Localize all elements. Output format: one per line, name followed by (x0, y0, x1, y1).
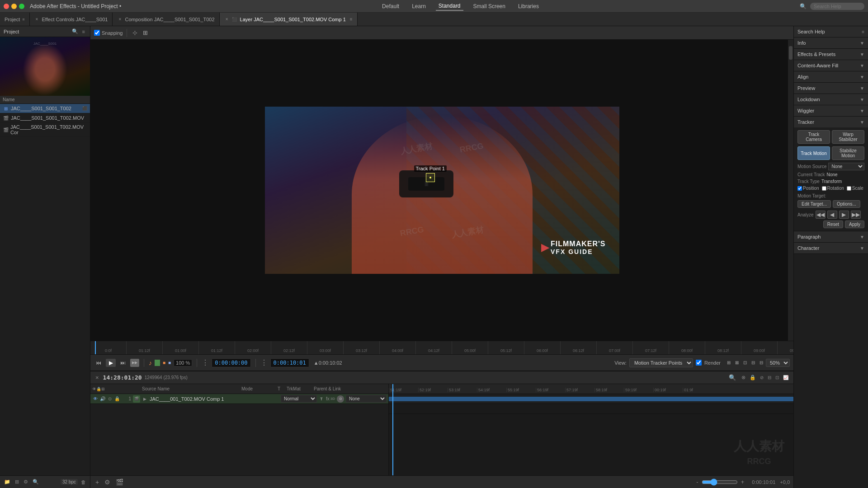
viewer-3d-btn[interactable]: ⊟ (758, 359, 765, 367)
viewer-playhead[interactable] (95, 341, 96, 354)
viewer-mask-btn[interactable]: ⊠ (733, 359, 741, 367)
project-panel-search-btn[interactable]: 🔍 (71, 28, 80, 35)
tl-render-queue-btn[interactable]: 🎬 (114, 478, 125, 486)
tl-add-layer-btn[interactable]: + (94, 478, 100, 486)
viewer-last-frame-btn[interactable]: ⏭ (118, 359, 127, 367)
analyze-backward-fast-btn[interactable]: ◀◀ (816, 211, 826, 219)
tab-project[interactable]: Project ≡ (0, 13, 30, 26)
tl-zoom-slider[interactable] (702, 479, 738, 486)
viewer-scrollbar-v[interactable] (788, 40, 793, 341)
section-wiggler-header[interactable]: Wiggler ▼ (794, 105, 868, 116)
apply-btn[interactable]: Apply (845, 221, 864, 228)
snapping-toggle[interactable] (94, 30, 100, 36)
viewer-canvas[interactable]: ||| Track Point 1 (90, 40, 793, 341)
tl-zoom-in-btn[interactable]: + (740, 478, 746, 486)
tl-current-time[interactable]: 14:28:01:20 (103, 374, 142, 381)
viewer-ruler[interactable]: 0:0f 01:12f 01:00f 01:12f 02:00f 02:12f … (90, 341, 793, 354)
layer-audio-icon[interactable]: 🔊 (99, 396, 106, 402)
new-folder-btn[interactable]: 📁 (3, 479, 12, 485)
workspace-libraries[interactable]: Libraries (515, 2, 542, 11)
tl-solo-btn[interactable]: ⊗ (740, 374, 747, 381)
edit-target-btn[interactable]: Edit Target... (797, 200, 831, 208)
viewer-ram-preview-btn[interactable]: ▶▶ (130, 359, 139, 367)
split-view-icon[interactable]: ⋮ (202, 358, 209, 367)
viewer-safe-area-btn[interactable]: ⊟ (750, 359, 757, 367)
section-preview-header[interactable]: Preview ▼ (794, 83, 868, 94)
tl-playhead[interactable] (392, 384, 393, 475)
tab-layer-close[interactable]: × (224, 17, 230, 22)
tl-graph-editor-btn[interactable]: 📈 (782, 375, 790, 380)
view-dropdown[interactable]: Motion Tracker Points (629, 358, 693, 367)
tab-layer-menu[interactable]: ≡ (350, 17, 353, 22)
layer-parent-select-0[interactable]: None (346, 395, 387, 403)
motion-source-select[interactable]: None (828, 163, 864, 170)
duration-display[interactable]: 0:00:10:01 (270, 358, 309, 367)
track-motion-btn[interactable]: Track Motion (797, 146, 830, 160)
analyze-forward-fast-btn[interactable]: ▶▶ (851, 211, 861, 219)
new-comp-btn[interactable]: ⊞ (14, 479, 20, 485)
project-item-2[interactable]: 🎬 JAC____S001_S001_T002.MOV Cor (0, 123, 90, 137)
layer-fx-icon[interactable]: fx (326, 396, 330, 401)
render-checkbox[interactable] (696, 360, 702, 366)
tl-comp-settings-btn[interactable]: ⚙ (103, 478, 112, 486)
snap-tool-btn[interactable]: ⊹ (131, 28, 139, 37)
layer-3d-icon[interactable]: 3D (330, 397, 335, 401)
stabilize-motion-btn[interactable]: Stabilize Motion (832, 146, 864, 160)
section-info-header[interactable]: Info ▼ (794, 38, 868, 48)
options-btn[interactable]: Options... (833, 200, 860, 208)
track-point-1[interactable]: Track Point 1 (414, 165, 447, 182)
warp-stabilizer-btn[interactable]: Warp Stabilizer (832, 130, 864, 144)
tab-effect-controls-close[interactable]: × (34, 17, 40, 22)
project-settings-btn[interactable]: ⚙ (22, 479, 29, 485)
tl-layer-track-0[interactable] (389, 394, 793, 404)
reset-btn[interactable]: Reset (823, 221, 843, 228)
delete-item-btn[interactable]: 🗑 (80, 479, 87, 485)
viewer-grid-btn[interactable]: ⊞ (725, 359, 732, 367)
analyze-backward-btn[interactable]: ◀ (827, 211, 837, 219)
section-character-header[interactable]: Character ▼ (794, 243, 868, 253)
section-tracker-header[interactable]: Tracker ▼ (794, 117, 868, 127)
time-display[interactable]: 0:00:00:00 (212, 358, 250, 367)
viewer-guide-btn[interactable]: ⊡ (741, 359, 749, 367)
layer-row-0[interactable]: 👁 🔊 ⊙ 🔒 1 🎬 ▶ JAC____001_T002.MOV Comp 1 (90, 394, 388, 404)
video-toggle[interactable] (155, 360, 160, 366)
workspace-standard[interactable]: Standard (436, 2, 463, 11)
layer-parent-btn[interactable]: ⊙ (337, 395, 344, 403)
workspace-small-screen[interactable]: Small Screen (471, 2, 508, 11)
project-item-0[interactable]: ⊞ JAC____S001_S001_T002 ⬛ (0, 104, 90, 113)
section-align-header[interactable]: Align ▼ (794, 71, 868, 82)
maximize-window-btn[interactable] (19, 4, 24, 9)
viewer-first-frame-btn[interactable]: ⏮ (94, 359, 103, 367)
analyze-forward-btn[interactable]: ▶ (839, 211, 849, 219)
tl-enable-motion-blur-btn[interactable]: ⊡ (774, 375, 780, 380)
zoom-select[interactable]: 50% (766, 359, 790, 367)
section-content-aware-fill-header[interactable]: Content-Aware Fill ▼ (794, 60, 868, 71)
layer-mode-select-0[interactable]: Normal (281, 395, 317, 403)
layer-lock-icon[interactable]: 🔒 (114, 396, 120, 402)
tl-search-btn[interactable]: 🔍 (727, 374, 737, 381)
workspace-learn[interactable]: Learn (409, 2, 429, 11)
section-lockdown-header[interactable]: Lockdown ▼ (794, 94, 868, 105)
track-camera-btn[interactable]: Track Camera (797, 130, 830, 144)
tab-project-menu[interactable]: ≡ (22, 17, 24, 22)
layer-expand-btn[interactable]: ▶ (142, 396, 148, 402)
section-search-help-header[interactable]: Search Help ≡ (794, 26, 868, 37)
tab-composition[interactable]: × Composition JAC____S001_S001_T002 (113, 13, 219, 26)
snap-mode-btn[interactable]: ⊞ (141, 28, 150, 37)
workspace-default[interactable]: Default (379, 2, 402, 11)
viewer-play-btn[interactable]: ▶ (106, 359, 116, 367)
audio-toggle[interactable]: ♪ (149, 359, 152, 366)
layer-eye-icon[interactable]: 👁 (92, 396, 99, 402)
rotation-checkbox[interactable] (822, 186, 826, 191)
close-window-btn[interactable] (4, 4, 9, 9)
scale-checkbox[interactable] (847, 186, 851, 191)
project-item-1[interactable]: 🎬 JAC____S001_S001_T002.MOV (0, 113, 90, 123)
tl-comp-tab-close[interactable]: × (94, 374, 100, 381)
layer-solo-icon[interactable]: ⊙ (107, 396, 113, 402)
tl-enable-frame-blending-btn[interactable]: ⊟ (766, 375, 773, 380)
section-effects-presets-header[interactable]: Effects & Presets ▼ (794, 49, 868, 60)
position-checkbox[interactable] (797, 186, 802, 191)
minimize-window-btn[interactable] (11, 4, 17, 9)
tl-hide-shy-btn[interactable]: ⊘ (759, 375, 765, 380)
tl-lock-btn[interactable]: 🔒 (748, 374, 757, 381)
